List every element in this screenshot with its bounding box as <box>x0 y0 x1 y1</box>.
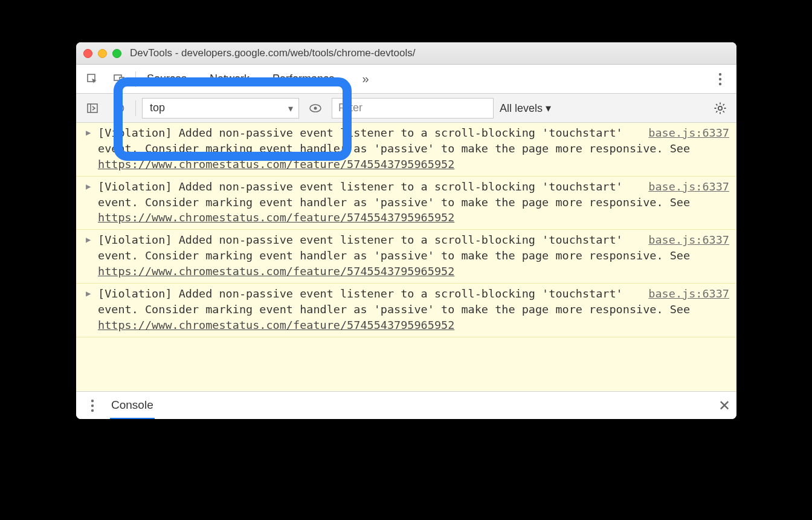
svg-rect-6 <box>88 104 97 112</box>
svg-line-19 <box>716 111 717 112</box>
zoom-window-button[interactable] <box>112 49 121 58</box>
tab-sources[interactable]: Sources <box>144 65 189 94</box>
log-source-link[interactable]: base.js:6337 <box>648 232 729 248</box>
svg-line-9 <box>116 105 122 111</box>
svg-point-4 <box>719 77 721 80</box>
svg-rect-2 <box>120 77 124 84</box>
drawer-more-icon[interactable] <box>82 395 103 416</box>
svg-point-23 <box>91 409 94 411</box>
log-link[interactable]: https://www.chromestatus.com/feature/574… <box>98 158 454 171</box>
svg-line-20 <box>723 104 724 105</box>
console-toolbar: top ▾ All levels ▾ <box>76 94 736 123</box>
log-source-link[interactable]: base.js:6337 <box>648 179 729 195</box>
log-link[interactable]: https://www.chromestatus.com/feature/574… <box>98 211 454 224</box>
log-row[interactable]: ▶base.js:6337[Violation] Added non-passi… <box>76 230 736 284</box>
svg-point-11 <box>314 106 317 109</box>
svg-point-22 <box>91 404 94 406</box>
svg-point-12 <box>718 106 722 109</box>
devtools-window: DevTools - developers.google.com/web/too… <box>76 42 736 419</box>
live-expression-icon[interactable] <box>305 98 326 119</box>
console-log-area[interactable]: ▶base.js:6337[Violation] Added non-passi… <box>76 123 736 391</box>
clear-console-icon[interactable] <box>109 98 129 119</box>
separator <box>135 71 136 87</box>
log-message: [Violation] Added non-passive event list… <box>98 126 690 171</box>
more-options-icon[interactable] <box>710 69 730 89</box>
settings-gear-icon[interactable] <box>710 98 730 119</box>
tab-performance[interactable]: Performance <box>270 65 337 94</box>
separator <box>135 100 136 116</box>
log-message: [Violation] Added non-passive event list… <box>98 233 690 278</box>
context-selector[interactable]: top <box>142 98 299 119</box>
log-message: [Violation] Added non-passive event list… <box>98 287 690 331</box>
drawer-bar: Console ✕ <box>76 391 736 419</box>
svg-point-21 <box>91 399 94 401</box>
expand-arrow-icon[interactable]: ▶ <box>86 127 91 139</box>
toggle-sidebar-icon[interactable] <box>82 98 103 119</box>
drawer-tab-console[interactable]: Console <box>110 392 155 419</box>
expand-arrow-icon[interactable]: ▶ <box>86 181 91 193</box>
expand-arrow-icon[interactable]: ▶ <box>86 288 91 300</box>
window-title: DevTools - developers.google.com/web/too… <box>130 47 415 59</box>
log-message: [Violation] Added non-passive event list… <box>98 180 690 224</box>
svg-point-5 <box>719 82 721 85</box>
traffic-lights <box>83 49 121 58</box>
log-link[interactable]: https://www.chromestatus.com/feature/574… <box>98 319 454 331</box>
device-toolbar-icon[interactable] <box>109 69 129 89</box>
svg-line-17 <box>716 104 717 105</box>
inspect-element-icon[interactable] <box>82 69 103 89</box>
minimize-window-button[interactable] <box>98 49 107 58</box>
filter-input[interactable] <box>332 98 494 119</box>
main-tabs: Sources Network Performance » <box>76 65 736 94</box>
context-selector-value: top <box>150 102 165 114</box>
tabs-overflow-icon[interactable]: » <box>355 72 376 86</box>
log-levels-selector[interactable]: All levels ▾ <box>500 102 551 115</box>
log-source-link[interactable]: base.js:6337 <box>648 125 729 141</box>
log-link[interactable]: https://www.chromestatus.com/feature/574… <box>98 265 454 278</box>
expand-arrow-icon[interactable]: ▶ <box>86 234 91 246</box>
log-source-link[interactable]: base.js:6337 <box>648 286 729 302</box>
log-row[interactable]: ▶base.js:6337[Violation] Added non-passi… <box>76 123 736 177</box>
close-drawer-icon[interactable]: ✕ <box>718 397 730 414</box>
log-row[interactable]: ▶base.js:6337[Violation] Added non-passi… <box>76 177 736 230</box>
titlebar: DevTools - developers.google.com/web/too… <box>76 42 736 65</box>
log-row[interactable]: ▶base.js:6337[Violation] Added non-passi… <box>76 284 736 337</box>
close-window-button[interactable] <box>83 49 92 58</box>
svg-line-18 <box>723 111 724 112</box>
tab-network[interactable]: Network <box>207 65 252 94</box>
svg-point-3 <box>719 73 721 75</box>
